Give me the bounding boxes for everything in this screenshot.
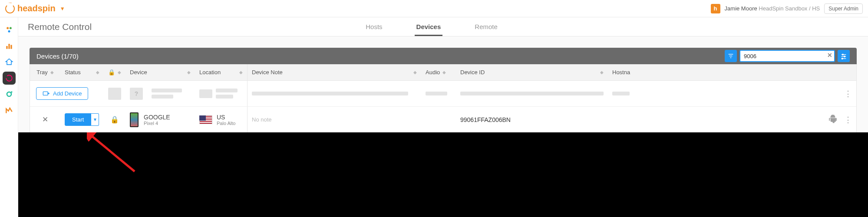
skeleton bbox=[108, 88, 121, 100]
tab-hosts[interactable]: Hosts bbox=[364, 19, 384, 36]
sort-icon: ◆ bbox=[413, 70, 417, 75]
col-status[interactable]: Status◆ bbox=[60, 66, 104, 79]
add-device-button[interactable]: Add Device bbox=[36, 87, 88, 100]
location-label: US Palo Alto bbox=[217, 114, 235, 126]
start-dropdown-caret[interactable]: ▼ bbox=[91, 113, 99, 126]
col-hostname[interactable]: Hostna bbox=[608, 66, 634, 79]
rail-item-analytics[interactable] bbox=[3, 39, 16, 53]
device-thumbnail bbox=[130, 112, 139, 127]
device-id-value: 99061FFAZ006BN bbox=[460, 116, 511, 123]
col-audio[interactable]: Audio◆ bbox=[421, 66, 456, 79]
sort-icon: ◆ bbox=[118, 70, 121, 75]
svg-rect-4 bbox=[8, 44, 10, 49]
chevron-down-icon[interactable]: ▼ bbox=[60, 6, 65, 12]
skeleton bbox=[460, 92, 604, 95]
rail-item-m[interactable] bbox=[3, 104, 16, 117]
skeleton bbox=[426, 92, 447, 95]
skeleton bbox=[216, 89, 238, 92]
svg-point-0 bbox=[7, 27, 9, 29]
add-device-icon bbox=[43, 91, 50, 97]
svg-point-1 bbox=[9, 27, 11, 29]
devices-panel-title: Devices (1/70) bbox=[36, 53, 79, 60]
sort-icon: ◆ bbox=[600, 70, 604, 75]
sort-icon: ◆ bbox=[239, 70, 243, 75]
device-note[interactable]: No note bbox=[252, 116, 272, 123]
tab-devices[interactable]: Devices bbox=[415, 19, 443, 36]
page-title: Remote Control bbox=[28, 22, 92, 32]
sort-icon: ◆ bbox=[96, 70, 99, 75]
row-menu-icon[interactable]: ⋮ bbox=[844, 89, 852, 99]
skeleton bbox=[252, 92, 408, 95]
col-location[interactable]: Location◆ bbox=[195, 66, 247, 79]
svg-point-16 bbox=[842, 58, 843, 59]
table-row-add: Add Device ? bbox=[30, 81, 856, 107]
devices-table: Tray◆ Status◆ 🔒◆ Device◆ Location◆ Devic… bbox=[30, 64, 857, 133]
svg-point-7 bbox=[11, 91, 12, 92]
logo-text: headspin bbox=[17, 3, 56, 13]
sort-icon: ◆ bbox=[442, 70, 446, 75]
col-note[interactable]: Device Note◆ bbox=[248, 66, 421, 79]
tray-remove-icon[interactable]: ✕ bbox=[42, 115, 48, 124]
clear-search-icon[interactable]: ✕ bbox=[827, 52, 832, 59]
sort-icon: ◆ bbox=[187, 70, 191, 75]
search-input[interactable] bbox=[739, 50, 835, 62]
rail-item-replay[interactable] bbox=[3, 72, 16, 85]
skeleton bbox=[152, 95, 173, 99]
top-header-right: h Jamie Moore HeadSpin Sandbox / HS Supe… bbox=[711, 3, 863, 14]
table-row-device: ✕ Start ▼ 🔒 GOOGLE Pixel bbox=[30, 107, 856, 133]
col-tray[interactable]: Tray◆ bbox=[30, 66, 60, 79]
table-header-row: Tray◆ Status◆ 🔒◆ Device◆ Location◆ Devic… bbox=[30, 64, 856, 81]
role-badge[interactable]: Super Admin bbox=[824, 3, 863, 14]
svg-rect-3 bbox=[6, 46, 7, 49]
page-header: Remote Control Hosts Devices Remote bbox=[18, 17, 868, 36]
rail-item-poco[interactable] bbox=[3, 88, 16, 101]
col-device[interactable]: Device◆ bbox=[125, 66, 195, 79]
tabs: Hosts Devices Remote bbox=[364, 19, 499, 36]
user-label: Jamie Moore HeadSpin Sandbox / HS bbox=[725, 5, 820, 12]
device-label: GOOGLE Pixel 4 bbox=[144, 114, 170, 126]
svg-point-6 bbox=[7, 92, 11, 96]
row-menu-icon[interactable]: ⋮ bbox=[844, 115, 852, 125]
svg-rect-5 bbox=[10, 45, 12, 49]
skeleton bbox=[152, 89, 182, 92]
start-button[interactable]: Start bbox=[65, 113, 91, 126]
skeleton bbox=[612, 92, 630, 95]
search-box: ✕ bbox=[739, 50, 835, 62]
rail-item-org[interactable] bbox=[3, 23, 16, 36]
filter-button[interactable] bbox=[725, 50, 737, 62]
sort-icon: ◆ bbox=[50, 70, 54, 75]
settings-button[interactable] bbox=[838, 50, 850, 62]
col-deviceid[interactable]: Device ID◆ bbox=[456, 66, 608, 79]
rail-item-remote-control[interactable] bbox=[3, 56, 16, 69]
left-nav-rail bbox=[0, 17, 18, 217]
lock-header-icon: 🔒 bbox=[108, 69, 115, 76]
skeleton: ? bbox=[130, 88, 143, 100]
org-name: HeadSpin Sandbox / HS bbox=[759, 5, 820, 12]
top-header: headspin ▼ h Jamie Moore HeadSpin Sandbo… bbox=[0, 0, 868, 17]
lock-icon[interactable]: 🔒 bbox=[110, 115, 119, 124]
svg-rect-17 bbox=[43, 92, 48, 95]
tab-remote[interactable]: Remote bbox=[473, 19, 499, 36]
user-name: Jamie Moore bbox=[725, 5, 757, 12]
headspin-logo-icon bbox=[5, 4, 15, 13]
svg-point-12 bbox=[842, 54, 844, 55]
svg-point-2 bbox=[8, 30, 10, 33]
us-flag-icon bbox=[199, 115, 212, 124]
start-button-group: Start ▼ bbox=[65, 113, 99, 126]
mask bbox=[18, 132, 868, 217]
skeleton bbox=[216, 95, 233, 99]
skeleton bbox=[199, 89, 212, 98]
android-icon bbox=[828, 114, 837, 125]
logo[interactable]: headspin ▼ bbox=[5, 3, 65, 13]
col-lock[interactable]: 🔒◆ bbox=[104, 66, 125, 79]
devices-panel-header: Devices (1/70) ✕ bbox=[30, 48, 857, 64]
company-icon: h bbox=[711, 4, 720, 13]
svg-point-14 bbox=[844, 56, 845, 57]
